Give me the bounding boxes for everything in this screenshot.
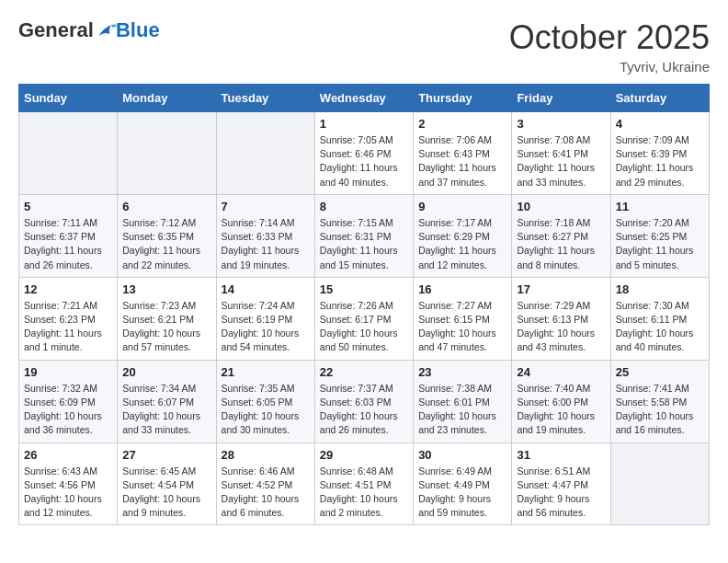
day-info: Sunrise: 7:30 AMSunset: 6:11 PMDaylight:… (616, 299, 704, 355)
day-number: 4 (616, 117, 704, 131)
day-number: 12 (24, 282, 112, 296)
weekday-header-cell: Tuesday (216, 85, 314, 112)
calendar-day-cell: 17Sunrise: 7:29 AMSunset: 6:13 PMDayligh… (512, 277, 610, 360)
calendar-day-cell (216, 112, 314, 195)
calendar-day-cell: 5Sunrise: 7:11 AMSunset: 6:37 PMDaylight… (19, 194, 118, 277)
day-number: 16 (418, 282, 506, 296)
day-info: Sunrise: 7:24 AMSunset: 6:19 PMDaylight:… (222, 299, 310, 355)
calendar-day-cell: 19Sunrise: 7:32 AMSunset: 6:09 PMDayligh… (19, 360, 118, 442)
page-header: General Blue October 2025 Tyvriv, Ukrain… (18, 18, 710, 75)
day-info: Sunrise: 7:26 AMSunset: 6:17 PMDaylight:… (320, 299, 408, 355)
calendar-day-cell (610, 442, 709, 525)
day-number: 29 (320, 448, 408, 462)
day-number: 27 (122, 448, 210, 462)
weekday-header-cell: Thursday (414, 85, 512, 112)
day-info: Sunrise: 7:06 AMSunset: 6:43 PMDaylight:… (418, 133, 506, 190)
location-subtitle: Tyvriv, Ukraine (509, 59, 710, 75)
calendar-day-cell: 31Sunrise: 6:51 AMSunset: 4:47 PMDayligh… (512, 442, 610, 525)
day-info: Sunrise: 7:15 AMSunset: 6:31 PMDaylight:… (320, 216, 408, 272)
day-info: Sunrise: 7:09 AMSunset: 6:39 PMDaylight:… (616, 133, 704, 190)
month-year-title: October 2025 (509, 18, 710, 57)
day-info: Sunrise: 7:38 AMSunset: 6:01 PMDaylight:… (418, 382, 506, 438)
calendar-day-cell: 16Sunrise: 7:27 AMSunset: 6:15 PMDayligh… (414, 277, 512, 360)
day-number: 11 (616, 200, 704, 213)
day-info: Sunrise: 7:40 AMSunset: 6:00 PMDaylight:… (517, 382, 605, 438)
calendar-week-row: 12Sunrise: 7:21 AMSunset: 6:23 PMDayligh… (19, 277, 710, 360)
calendar-table: SundayMondayTuesdayWednesdayThursdayFrid… (18, 84, 710, 525)
calendar-day-cell: 27Sunrise: 6:45 AMSunset: 4:54 PMDayligh… (118, 442, 216, 525)
day-number: 28 (222, 448, 310, 462)
day-number: 23 (418, 365, 506, 379)
day-number: 20 (122, 365, 210, 379)
day-number: 18 (616, 282, 704, 296)
day-number: 15 (320, 282, 408, 296)
calendar-day-cell: 18Sunrise: 7:30 AMSunset: 6:11 PMDayligh… (610, 277, 709, 360)
calendar-day-cell: 26Sunrise: 6:43 AMSunset: 4:56 PMDayligh… (19, 442, 118, 525)
day-number: 19 (24, 365, 112, 379)
day-number: 10 (517, 200, 605, 213)
calendar-day-cell: 29Sunrise: 6:48 AMSunset: 4:51 PMDayligh… (314, 442, 413, 525)
day-info: Sunrise: 7:35 AMSunset: 6:05 PMDaylight:… (222, 382, 310, 438)
calendar-week-row: 1Sunrise: 7:05 AMSunset: 6:46 PMDaylight… (19, 112, 710, 195)
calendar-day-cell: 25Sunrise: 7:41 AMSunset: 5:58 PMDayligh… (610, 360, 709, 442)
day-number: 24 (517, 365, 605, 379)
title-block: October 2025 Tyvriv, Ukraine (509, 18, 710, 75)
day-info: Sunrise: 7:08 AMSunset: 6:41 PMDaylight:… (517, 133, 605, 190)
day-number: 5 (24, 200, 112, 213)
logo-general: General (18, 18, 94, 42)
calendar-day-cell: 2Sunrise: 7:06 AMSunset: 6:43 PMDaylight… (414, 112, 512, 195)
calendar-week-row: 19Sunrise: 7:32 AMSunset: 6:09 PMDayligh… (19, 360, 710, 442)
calendar-day-cell (118, 112, 216, 195)
day-number: 31 (517, 448, 605, 462)
day-info: Sunrise: 7:23 AMSunset: 6:21 PMDaylight:… (122, 299, 210, 355)
day-info: Sunrise: 7:11 AMSunset: 6:37 PMDaylight:… (24, 216, 112, 272)
day-info: Sunrise: 7:41 AMSunset: 5:58 PMDaylight:… (616, 382, 704, 438)
logo-blue: Blue (116, 18, 160, 42)
day-info: Sunrise: 7:21 AMSunset: 6:23 PMDaylight:… (24, 299, 112, 355)
calendar-body: 1Sunrise: 7:05 AMSunset: 6:46 PMDaylight… (19, 112, 710, 525)
day-info: Sunrise: 6:51 AMSunset: 4:47 PMDaylight:… (517, 465, 605, 521)
day-info: Sunrise: 7:14 AMSunset: 6:33 PMDaylight:… (222, 216, 310, 272)
day-info: Sunrise: 7:27 AMSunset: 6:15 PMDaylight:… (418, 299, 506, 355)
day-info: Sunrise: 7:29 AMSunset: 6:13 PMDaylight:… (517, 299, 605, 355)
calendar-day-cell: 3Sunrise: 7:08 AMSunset: 6:41 PMDaylight… (512, 112, 610, 195)
day-number: 22 (320, 365, 408, 379)
calendar-day-cell: 4Sunrise: 7:09 AMSunset: 6:39 PMDaylight… (610, 112, 709, 195)
calendar-day-cell: 7Sunrise: 7:14 AMSunset: 6:33 PMDaylight… (216, 194, 314, 277)
logo-bird-icon (96, 21, 118, 40)
day-info: Sunrise: 7:17 AMSunset: 6:29 PMDaylight:… (418, 216, 506, 272)
day-number: 21 (222, 365, 310, 379)
day-info: Sunrise: 7:32 AMSunset: 6:09 PMDaylight:… (24, 382, 112, 438)
day-number: 2 (418, 117, 506, 131)
day-number: 9 (418, 200, 506, 213)
calendar-day-cell: 6Sunrise: 7:12 AMSunset: 6:35 PMDaylight… (118, 194, 216, 277)
day-number: 1 (320, 117, 408, 131)
calendar-week-row: 26Sunrise: 6:43 AMSunset: 4:56 PMDayligh… (19, 442, 710, 525)
calendar-day-cell: 15Sunrise: 7:26 AMSunset: 6:17 PMDayligh… (314, 277, 413, 360)
day-number: 3 (517, 117, 605, 131)
day-info: Sunrise: 7:05 AMSunset: 6:46 PMDaylight:… (320, 133, 408, 190)
day-number: 17 (517, 282, 605, 296)
calendar-day-cell: 14Sunrise: 7:24 AMSunset: 6:19 PMDayligh… (216, 277, 314, 360)
day-info: Sunrise: 6:43 AMSunset: 4:56 PMDaylight:… (24, 465, 112, 521)
calendar-day-cell: 21Sunrise: 7:35 AMSunset: 6:05 PMDayligh… (216, 360, 314, 442)
day-info: Sunrise: 6:46 AMSunset: 4:52 PMDaylight:… (222, 465, 310, 521)
calendar-day-cell: 8Sunrise: 7:15 AMSunset: 6:31 PMDaylight… (314, 194, 413, 277)
day-number: 25 (616, 365, 704, 379)
day-number: 8 (320, 200, 408, 213)
calendar-day-cell: 11Sunrise: 7:20 AMSunset: 6:25 PMDayligh… (610, 194, 709, 277)
day-number: 30 (418, 448, 506, 462)
calendar-day-cell: 12Sunrise: 7:21 AMSunset: 6:23 PMDayligh… (19, 277, 118, 360)
weekday-header-cell: Saturday (610, 85, 709, 112)
weekday-header-cell: Friday (512, 85, 610, 112)
day-number: 6 (122, 200, 210, 213)
day-info: Sunrise: 6:45 AMSunset: 4:54 PMDaylight:… (122, 465, 210, 521)
calendar-day-cell: 23Sunrise: 7:38 AMSunset: 6:01 PMDayligh… (414, 360, 512, 442)
calendar-day-cell: 24Sunrise: 7:40 AMSunset: 6:00 PMDayligh… (512, 360, 610, 442)
calendar-day-cell: 1Sunrise: 7:05 AMSunset: 6:46 PMDaylight… (314, 112, 413, 195)
weekday-header-cell: Sunday (19, 85, 118, 112)
day-info: Sunrise: 7:37 AMSunset: 6:03 PMDaylight:… (320, 382, 408, 438)
weekday-header-row: SundayMondayTuesdayWednesdayThursdayFrid… (19, 85, 710, 112)
calendar-day-cell: 30Sunrise: 6:49 AMSunset: 4:49 PMDayligh… (414, 442, 512, 525)
day-info: Sunrise: 7:34 AMSunset: 6:07 PMDaylight:… (122, 382, 210, 438)
